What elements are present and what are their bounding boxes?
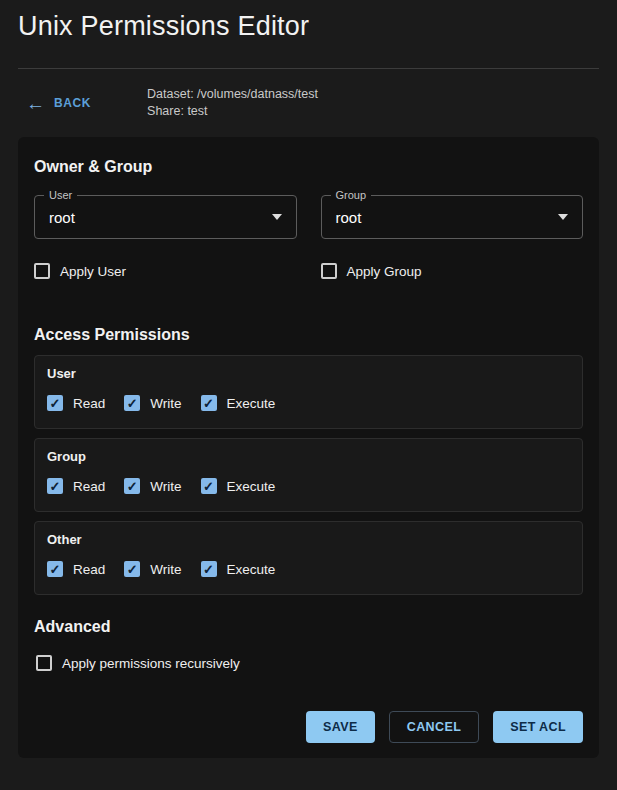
group-read-checkbox[interactable]	[47, 478, 63, 494]
permission-row: Read Write Execute	[47, 395, 570, 411]
back-button[interactable]: ← BACK	[18, 94, 95, 113]
user-write-row: Write	[124, 395, 181, 411]
user-write-label: Write	[150, 396, 181, 411]
dataset-path: Dataset: /volumes/datnass/test	[147, 86, 318, 103]
other-execute-label: Execute	[227, 562, 276, 577]
group-write-label: Write	[150, 479, 181, 494]
apply-user-row: Apply User	[34, 263, 297, 279]
page-title: Unix Permissions Editor	[0, 0, 617, 43]
user-select[interactable]: User root	[34, 195, 297, 239]
advanced-heading: Advanced	[34, 617, 583, 637]
apply-group-label: Apply Group	[347, 264, 422, 279]
share-name: Share: test	[147, 103, 318, 120]
access-permissions-heading: Access Permissions	[34, 325, 583, 345]
group-write-row: Write	[124, 478, 181, 494]
user-read-checkbox[interactable]	[47, 395, 63, 411]
save-button[interactable]: SAVE	[306, 711, 375, 743]
group-execute-label: Execute	[227, 479, 276, 494]
apply-user-checkbox[interactable]	[34, 263, 50, 279]
other-write-label: Write	[150, 562, 181, 577]
chevron-down-icon	[272, 214, 282, 220]
owner-group-selects: User root Group root	[34, 195, 583, 239]
group-select-value: root	[336, 209, 362, 226]
permission-row: Read Write Execute	[47, 478, 570, 494]
group-read-row: Read	[47, 478, 105, 494]
user-read-row: Read	[47, 395, 105, 411]
group-execute-checkbox[interactable]	[201, 478, 217, 494]
user-execute-label: Execute	[227, 396, 276, 411]
apply-row: Apply User Apply Group	[34, 263, 583, 279]
owner-group-heading: Owner & Group	[34, 157, 583, 177]
apply-recursively-label: Apply permissions recursively	[62, 656, 240, 671]
user-execute-row: Execute	[201, 395, 276, 411]
permission-group-name: User	[47, 366, 570, 382]
back-button-label: BACK	[54, 96, 91, 110]
apply-group-row: Apply Group	[321, 263, 584, 279]
other-execute-row: Execute	[201, 561, 276, 577]
back-arrow-icon: ←	[26, 94, 45, 113]
group-select[interactable]: Group root	[321, 195, 584, 239]
permission-group-panel-other: Other Read Write Execute	[34, 521, 583, 595]
apply-recursively-checkbox[interactable]	[36, 655, 52, 671]
permission-row: Read Write Execute	[47, 561, 570, 577]
user-select-value: root	[49, 209, 75, 226]
group-execute-row: Execute	[201, 478, 276, 494]
group-select-label: Group	[331, 188, 372, 202]
permission-group-name: Other	[47, 532, 570, 548]
other-write-checkbox[interactable]	[124, 561, 140, 577]
action-buttons: SAVE CANCEL SET ACL	[34, 711, 583, 743]
user-select-label: User	[44, 188, 77, 202]
chevron-down-icon	[558, 214, 568, 220]
group-read-label: Read	[73, 479, 105, 494]
apply-group-checkbox[interactable]	[321, 263, 337, 279]
other-read-checkbox[interactable]	[47, 561, 63, 577]
user-read-label: Read	[73, 396, 105, 411]
other-read-row: Read	[47, 561, 105, 577]
set-acl-button[interactable]: SET ACL	[493, 711, 583, 743]
dataset-info: Dataset: /volumes/datnass/test Share: te…	[147, 86, 318, 120]
toolbar: ← BACK Dataset: /volumes/datnass/test Sh…	[0, 69, 617, 120]
permission-group-name: Group	[47, 449, 570, 465]
cancel-button[interactable]: CANCEL	[389, 711, 479, 743]
other-write-row: Write	[124, 561, 181, 577]
group-write-checkbox[interactable]	[124, 478, 140, 494]
user-write-checkbox[interactable]	[124, 395, 140, 411]
user-execute-checkbox[interactable]	[201, 395, 217, 411]
recursive-row: Apply permissions recursively	[34, 655, 583, 671]
other-read-label: Read	[73, 562, 105, 577]
other-execute-checkbox[interactable]	[201, 561, 217, 577]
apply-user-label: Apply User	[60, 264, 126, 279]
permission-group-panel-group: Group Read Write Execute	[34, 438, 583, 512]
permissions-card: Owner & Group User root Group root Apply…	[18, 137, 599, 758]
permission-group-panel-user: User Read Write Execute	[34, 355, 583, 429]
